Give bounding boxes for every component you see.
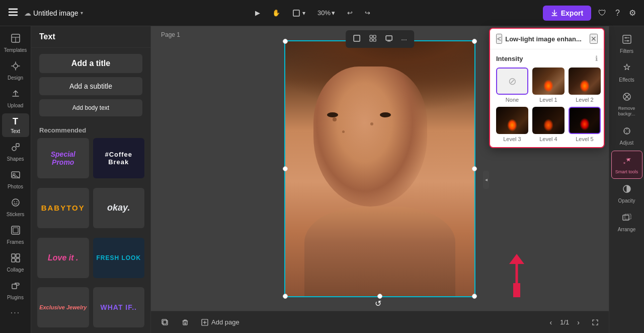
logo-button[interactable] (6, 5, 20, 21)
sidebar-item-plugins[interactable]: Plugins (2, 278, 29, 303)
level-none-label: None (506, 97, 519, 103)
handle-middle-left[interactable] (283, 166, 288, 171)
sidebar-item-upload[interactable]: Upload (2, 86, 29, 111)
level-card-4[interactable]: Level 4 (532, 107, 565, 142)
style-card-exclusive[interactable]: Exclusive Jewelry (37, 287, 89, 327)
canvas-bottom-bar: Add page ‹ 1/1 › (151, 311, 609, 333)
svg-rect-23 (370, 35, 372, 38)
redo-button[interactable]: ↪ (361, 7, 374, 19)
add-title-button[interactable]: Add a title (39, 54, 142, 73)
play-button[interactable]: ▶ (251, 7, 264, 19)
style-card-love-it[interactable]: Love it . (37, 238, 89, 278)
sidebar-item-shapes-label: Shapes (7, 156, 24, 162)
style-card-what-if[interactable]: WHAT IF.. (93, 287, 145, 327)
handle-top-right[interactable] (472, 39, 477, 44)
prev-page-button[interactable]: ‹ (546, 316, 556, 328)
style-card-special-promo[interactable]: Special Promo (37, 138, 89, 178)
style-card-babytoy[interactable]: BABYTOY (37, 188, 89, 228)
level-card-5[interactable]: Level 5 (569, 107, 601, 142)
undo-button[interactable]: ↩ (343, 7, 357, 19)
svg-rect-3 (293, 10, 299, 16)
add-subtitle-button[interactable]: Add a subtitle (39, 77, 142, 95)
help-icon[interactable]: ? (613, 7, 622, 20)
level-card-3[interactable]: Level 3 (496, 107, 528, 142)
level-1-label: Level 1 (539, 97, 557, 103)
canvas-crop-button[interactable] (350, 32, 364, 46)
document-title-area[interactable]: ☁ Untitled image ▾ (24, 9, 83, 17)
lantern-glow-2 (580, 80, 590, 92)
handle-bottom-middle[interactable] (377, 294, 382, 299)
shapes-icon (11, 142, 21, 155)
canvas-image-container[interactable]: ↺ (284, 40, 475, 297)
handle-top-left[interactable] (283, 39, 288, 44)
svg-rect-32 (163, 320, 168, 325)
lowlight-close-button[interactable]: ✕ (590, 34, 598, 44)
collapse-handle[interactable]: ◂ (483, 171, 489, 189)
style-card-coffee-break[interactable]: #Coffee Break (93, 138, 145, 178)
svg-point-8 (12, 147, 16, 151)
right-item-arrange[interactable]: Arrange (611, 209, 642, 236)
topbar-right: Export 🛡 ? ⚙ (543, 6, 638, 21)
svg-point-11 (13, 173, 15, 175)
design-icon (11, 61, 21, 74)
arrange-icon (622, 213, 632, 225)
zoom-button[interactable]: 30% ▾ (313, 7, 339, 19)
face-background (285, 41, 474, 296)
right-item-filters[interactable]: Filters (611, 30, 642, 58)
sidebar-item-shapes[interactable]: Shapes (2, 139, 29, 165)
sidebar-item-templates-label: Templates (4, 47, 27, 53)
add-page-button[interactable]: Add page (197, 316, 244, 328)
svg-point-13 (14, 202, 15, 203)
sidebar-item-stickers[interactable]: Stickers (2, 194, 29, 220)
topbar-left: ☁ Untitled image ▾ (6, 5, 83, 21)
style-text-love-it: Love it . (46, 251, 80, 264)
handle-bottom-right[interactable] (472, 294, 477, 299)
svg-rect-34 (183, 321, 187, 325)
sidebar-item-more[interactable]: ··· (2, 305, 29, 320)
intensity-label: Intensity (496, 55, 523, 62)
sidebar-item-photos[interactable]: Photos (2, 167, 29, 192)
next-page-button[interactable]: › (573, 316, 584, 328)
right-item-effects[interactable]: Effects (611, 59, 642, 87)
canvas-present-button[interactable] (382, 32, 396, 46)
level-card-none[interactable]: ⊘ None (496, 68, 528, 103)
rotate-handle[interactable]: ↺ (375, 299, 385, 309)
delete-page-button[interactable] (177, 316, 193, 328)
style-card-fresh-look[interactable]: FRESH LOOK (93, 238, 145, 278)
more-icon: ··· (11, 308, 20, 317)
sidebar-item-text[interactable]: T Text (2, 113, 29, 137)
level-card-1[interactable]: Level 1 (532, 68, 565, 103)
sidebar-item-collage[interactable]: Collage (2, 250, 29, 276)
lowlight-back-button[interactable]: < (496, 34, 502, 44)
handle-middle-right[interactable] (472, 166, 477, 171)
level-card-2[interactable]: Level 2 (569, 68, 601, 103)
sidebar-item-design[interactable]: Design (2, 58, 29, 84)
fullscreen-button[interactable] (588, 317, 603, 328)
sidebar-item-templates[interactable]: Templates (2, 30, 29, 56)
right-item-remove-bg[interactable]: Remove backgr... (611, 88, 642, 121)
settings-icon[interactable]: ⚙ (627, 6, 638, 20)
canvas-more-button[interactable]: ··· (398, 33, 410, 45)
svg-rect-9 (16, 144, 19, 147)
sidebar-item-frames[interactable]: Frames (2, 222, 29, 248)
canvas-grid-button[interactable] (366, 32, 380, 46)
svg-rect-27 (386, 36, 392, 40)
right-item-adjust-label: Adjust (620, 140, 634, 146)
svg-rect-26 (373, 39, 376, 41)
handle-bottom-left[interactable] (283, 294, 288, 299)
zoom-level: 30% (317, 9, 331, 17)
shield-icon[interactable]: 🛡 (596, 7, 608, 20)
left-sidebar: Templates Design Upload T Text Shapes (0, 26, 31, 333)
add-body-button[interactable]: Add body text (39, 99, 142, 116)
resize-button[interactable]: ▾ (288, 7, 309, 19)
right-item-smart-tools-label: Smart tools (615, 169, 638, 174)
duplicate-page-button[interactable] (157, 316, 173, 328)
level-4-label: Level 4 (539, 136, 557, 142)
style-card-okay[interactable]: okay. (93, 188, 145, 228)
right-item-smart-tools[interactable]: Smart tools (611, 151, 642, 179)
export-button[interactable]: Export (543, 6, 591, 21)
text-panel: Text Add a title Add a subtitle Add body… (31, 26, 151, 333)
hand-tool-button[interactable]: ✋ (268, 7, 284, 19)
right-item-opacity[interactable]: Opacity (611, 180, 642, 208)
right-item-adjust[interactable]: Adjust (611, 122, 642, 150)
